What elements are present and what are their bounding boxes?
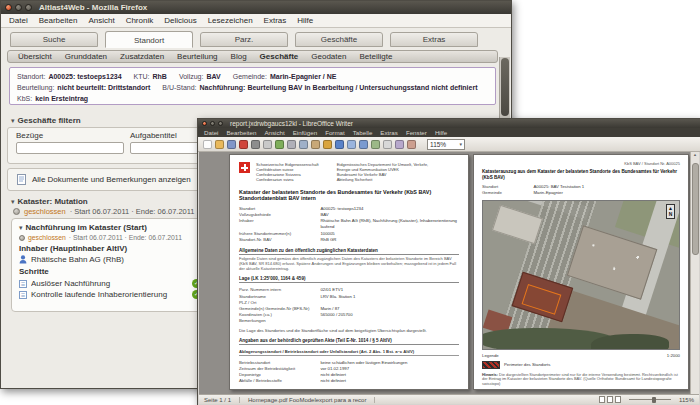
subnav-item[interactable]: Geschäfte [260, 52, 299, 61]
window-close-button[interactable] [202, 121, 207, 126]
writer-scrollbar[interactable]: ▲ [690, 152, 699, 394]
menu-item[interactable]: Lesezeichen [208, 16, 253, 25]
print-icon[interactable] [251, 140, 260, 149]
document-area: Schweizerische EidgenossenschaftConfédér… [199, 152, 699, 394]
all-documents-link[interactable]: Alle Dokumente und Bemerkungen anzeigen [32, 175, 191, 184]
subnav-item[interactable]: Grunddaten [65, 52, 107, 61]
subnav-item[interactable]: Geodaten [311, 52, 346, 61]
menu-item[interactable]: Fenster [406, 129, 427, 136]
pdf-export-icon[interactable] [239, 140, 248, 149]
menu-item[interactable]: Einfügen [293, 129, 317, 136]
firefox-titlebar[interactable]: Altlast4Web - Mozilla Firefox [1, 1, 511, 14]
window-close-button[interactable] [5, 4, 12, 11]
gallery-icon[interactable] [407, 140, 416, 149]
nachfuehrung-card: ▾Nachführung im Kataster (Start) geschlo… [11, 218, 209, 312]
subnav-item[interactable]: Beurteilung [177, 52, 217, 61]
bezuege-input[interactable] [16, 142, 124, 154]
book-view-icon[interactable] [615, 396, 621, 403]
window-minimize-button[interactable] [15, 4, 22, 11]
scrollbar-thumb[interactable] [501, 58, 509, 116]
menu-item[interactable]: Extras [380, 129, 398, 136]
spellcheck-icon[interactable] [275, 140, 284, 149]
menu-item[interactable]: Extras [264, 16, 287, 25]
new-document-icon[interactable] [203, 140, 212, 149]
paste-icon[interactable] [311, 140, 320, 149]
pdf-page-left: Schweizerische EidgenossenschaftConfédér… [229, 154, 469, 390]
scrollbar-thumb[interactable] [692, 163, 699, 255]
navigator-icon[interactable] [395, 140, 404, 149]
menu-item[interactable]: Chronik [126, 16, 154, 25]
save-icon[interactable] [227, 140, 236, 149]
menu-item[interactable]: Datei [204, 129, 218, 136]
menu-item[interactable]: Ansicht [264, 129, 284, 136]
north-arrow-icon: ▲ N [666, 204, 675, 219]
menu-item[interactable]: Tabelle [353, 129, 373, 136]
zoom-slider-knob[interactable] [652, 397, 656, 403]
info-label: Gemeinde: [233, 73, 267, 80]
menu-item[interactable]: Ansicht [88, 16, 114, 25]
writer-titlebar[interactable]: report.jxdrwbgaucs12kl - LibreOffice Wri… [198, 119, 700, 128]
main-tab[interactable]: Geschäfte [295, 32, 383, 47]
hyperlink-icon[interactable] [359, 140, 368, 149]
menu-item[interactable]: Format [325, 129, 345, 136]
redo-icon[interactable] [347, 140, 356, 149]
main-tab[interactable]: Standort [105, 31, 193, 48]
status-dates: · Start 06.07.2011 · Ende: 06.07.2011 [69, 234, 182, 241]
scroll-up-icon[interactable]: ▲ [693, 152, 697, 157]
status-state-link[interactable]: geschlossen [28, 234, 66, 241]
writer-menubar: DateiBearbeitenAnsichtEinfügenFormatTabe… [198, 128, 700, 137]
swiss-flag-logo [239, 162, 250, 173]
zoom-slider[interactable] [629, 399, 671, 400]
standort-info-box: Standort:A00025: testoeps1234KTU:RhBVoll… [9, 67, 496, 105]
menu-item[interactable]: Bearbeiten [226, 129, 256, 136]
window-maximize-button[interactable] [25, 4, 32, 11]
print-preview-icon[interactable] [263, 140, 272, 149]
format-paintbrush-icon[interactable] [323, 140, 332, 149]
page-corner-reference: KbS BAV / Standort Nr. A00025 [482, 161, 680, 166]
info-value: BAV [206, 73, 220, 80]
table-icon[interactable] [371, 140, 380, 149]
step-link[interactable]: Auslöser Nachführung [31, 279, 188, 288]
window-maximize-button[interactable] [218, 121, 223, 126]
main-tab[interactable]: Parz. [200, 32, 288, 47]
zoom-value: 115% [430, 141, 446, 148]
menu-item[interactable]: Hilfe [297, 16, 313, 25]
cut-icon[interactable] [287, 140, 296, 149]
open-icon[interactable] [215, 140, 224, 149]
katasterauszug-title: Katasterauszug aus dem Kataster der bela… [482, 169, 680, 180]
menu-item[interactable]: Bearbeiten [39, 16, 78, 25]
firefox-menubar: DateiBearbeitenAnsichtChronikDeliciousLe… [1, 14, 511, 28]
info-line-2: Beurteilung:nicht beurteilt: Drittstando… [17, 82, 488, 93]
info-label: KbS: [17, 95, 32, 102]
subnav-item[interactable]: Zusatzdaten [120, 52, 164, 61]
view-layout-buttons[interactable] [599, 396, 621, 403]
info-label: Standort: [17, 73, 45, 80]
subnav-item[interactable]: Beteiligte [359, 52, 392, 61]
filter-section-header[interactable]: ▾Geschäfte filtern [11, 116, 81, 125]
copy-icon[interactable] [299, 140, 308, 149]
zoom-combobox[interactable]: 115% ▾ [427, 139, 465, 150]
multi-page-view-icon[interactable] [607, 396, 613, 403]
kataster-section-header[interactable]: ▾Kataster: Mutation [11, 197, 88, 206]
undo-icon[interactable] [335, 140, 344, 149]
field-row: InhaberRhätische Bahn AG (RhB), Nachführ… [239, 218, 459, 230]
find-icon[interactable] [383, 140, 392, 149]
window-minimize-button[interactable] [210, 121, 215, 126]
subnav-item[interactable]: Blog [231, 52, 247, 61]
main-tabs: SucheStandortParz.GeschäfteExtras [10, 32, 478, 48]
menu-item[interactable]: Hilfe [435, 129, 447, 136]
info-value: A00025: testoeps1234 [48, 73, 121, 80]
steps-list: ☰ Auslöser Nachführung ✓ ☰ Kontrolle lau… [19, 278, 201, 300]
single-page-view-icon[interactable] [599, 396, 605, 403]
step-link[interactable]: Kontrolle laufende Inhaberorientierung [31, 290, 188, 299]
task-icon: ☰ [19, 291, 27, 299]
menu-item[interactable]: Delicious [164, 16, 196, 25]
menu-item[interactable]: Datei [9, 16, 28, 25]
main-tab[interactable]: Suche [10, 32, 98, 47]
inhaber-link[interactable]: Rhätische Bahn AG (RhB) [31, 255, 124, 264]
fields-top: StandortA00025: testoeps1234Vollzugsbehö… [239, 206, 459, 243]
card-header: Nachführung im Kataster (Start) [26, 223, 147, 232]
subnav-item[interactable]: Übersicht [18, 52, 52, 61]
main-tab[interactable]: Extras [390, 32, 478, 47]
status-state-link[interactable]: geschlossen [24, 207, 66, 216]
